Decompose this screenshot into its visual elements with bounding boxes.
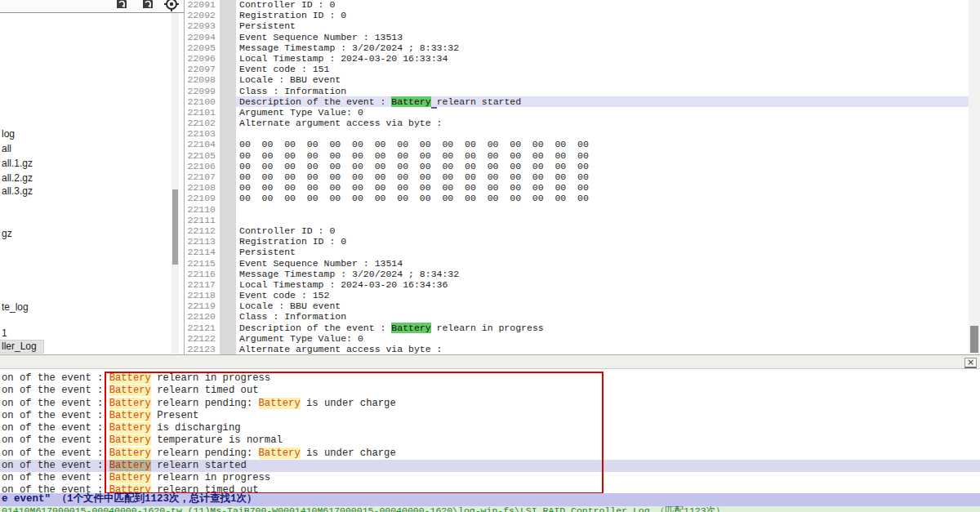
bookmark-margin[interactable]	[220, 10, 236, 20]
file-item[interactable]: all.3.gz	[0, 185, 39, 198]
bookmark-margin[interactable]	[220, 247, 236, 257]
bookmark-margin[interactable]	[220, 139, 236, 149]
bookmark-margin[interactable]	[220, 42, 236, 53]
bookmark-margin[interactable]	[220, 301, 236, 311]
bookmark-margin[interactable]	[220, 182, 236, 193]
bookmark-margin[interactable]	[220, 171, 236, 182]
editor-line[interactable]: 22093Persistent	[185, 20, 969, 31]
result-row[interactable]: on of the event : Battery relearn in pro…	[0, 472, 980, 484]
editor-scrollbar[interactable]	[969, 0, 980, 354]
bookmark-margin[interactable]	[220, 323, 236, 333]
result-row[interactable]: on of the event : Battery Present	[0, 410, 980, 422]
file-item[interactable]: log	[0, 128, 21, 140]
editor-line[interactable]: 22113Registration ID : 0	[185, 236, 969, 247]
export-all-icon[interactable]	[140, 0, 158, 12]
file-list-scrollbar[interactable]	[172, 13, 179, 354]
bookmark-margin[interactable]	[220, 279, 236, 290]
result-row[interactable]: on of the event : Battery relearn timed …	[0, 385, 980, 397]
editor-line[interactable]: 22097Event code : 151	[185, 64, 969, 74]
close-icon[interactable]: ×	[964, 358, 977, 368]
bookmark-margin[interactable]	[220, 96, 236, 107]
editor-line[interactable]: 22110	[185, 204, 969, 215]
editor-line[interactable]: 22114Persistent	[185, 247, 969, 257]
result-row[interactable]: on of the event : Battery relearn starte…	[0, 460, 980, 472]
bookmark-margin[interactable]	[220, 161, 236, 171]
bookmark-margin[interactable]	[220, 204, 236, 215]
bookmark-margin[interactable]	[220, 64, 236, 74]
file-item[interactable]: all.1.gz	[0, 158, 39, 170]
editor-line[interactable]: 22116Message Timestamp : 3/20/2024 ; 8:3…	[185, 269, 969, 279]
bookmark-margin[interactable]	[220, 269, 236, 279]
line-number: 22106	[185, 161, 220, 171]
bookmark-margin[interactable]	[220, 193, 236, 203]
results-file-line[interactable]: 01410M617000015-00040000-1620-tw (11)Ms-…	[0, 506, 980, 512]
editor-scrollbar-thumb[interactable]	[970, 326, 978, 353]
editor-line[interactable]: 22094Event Sequence Number : 13513	[185, 32, 969, 42]
editor-line[interactable]: 22095Message Timestamp : 3/20/2024 ; 8:3…	[185, 42, 969, 53]
editor-line[interactable]: 2210700 00 00 00 00 00 00 00 00 00 00 00…	[185, 171, 969, 182]
results-summary[interactable]: e event" （1个文件中匹配到1123次，总计查找1次）	[0, 493, 980, 506]
bookmark-margin[interactable]	[220, 86, 236, 96]
editor-line[interactable]: 22121Description of the event : Battery …	[185, 323, 969, 333]
log-editor[interactable]: 22091Controller ID : 022092Registration …	[185, 0, 969, 354]
bookmark-margin[interactable]	[220, 118, 236, 128]
result-row[interactable]: on of the event : Battery relearn in pro…	[0, 372, 980, 385]
line-text: Registration ID : 0	[236, 236, 969, 247]
bookmark-margin[interactable]	[220, 290, 236, 301]
line-number: 22116	[185, 269, 220, 279]
editor-line[interactable]: 22122Argument Type Value: 0	[185, 333, 969, 344]
file-item[interactable]: te_log	[0, 301, 35, 314]
result-row[interactable]: on of the event : Battery temperature is…	[0, 434, 980, 447]
editor-line[interactable]: 22096Local Timestamp : 2024-03-20 16:33:…	[185, 53, 969, 64]
file-item[interactable]: all.2.gz	[0, 172, 39, 185]
bookmark-margin[interactable]	[220, 225, 236, 236]
bookmark-margin[interactable]	[220, 215, 236, 225]
editor-line[interactable]: 2210900 00 00 00 00 00 00 00 00 00 00 00…	[185, 193, 969, 203]
bookmark-margin[interactable]	[220, 53, 236, 64]
file-item[interactable]: gz	[0, 228, 19, 240]
bookmark-margin[interactable]	[220, 128, 236, 139]
locate-icon[interactable]	[163, 0, 181, 12]
line-text: 00 00 00 00 00 00 00 00 00 00 00 00 00 0…	[236, 150, 969, 161]
editor-line[interactable]: 2210800 00 00 00 00 00 00 00 00 00 00 00…	[185, 182, 969, 193]
editor-line[interactable]: 22118Event code : 152	[185, 290, 969, 301]
result-row[interactable]: on of the event : Battery is discharging	[0, 422, 980, 434]
file-item[interactable]: ller_Log	[0, 341, 43, 353]
editor-line[interactable]: 22123Alternate argument access via byte …	[185, 344, 969, 354]
editor-line[interactable]: 2210600 00 00 00 00 00 00 00 00 00 00 00…	[185, 161, 969, 171]
editor-line[interactable]: 22098Locale : BBU event	[185, 74, 969, 85]
editor-line[interactable]: 22100Description of the event : Battery …	[185, 96, 969, 107]
editor-line[interactable]: 22102Alternate argument access via byte …	[185, 118, 969, 128]
file-item[interactable]: 1	[0, 327, 14, 340]
editor-line[interactable]: 22099Class : Information	[185, 86, 969, 96]
bookmark-margin[interactable]	[220, 150, 236, 161]
editor-line[interactable]: 22103	[185, 128, 969, 139]
file-item[interactable]: all	[0, 143, 18, 155]
editor-line[interactable]: 22101Argument Type Value: 0	[185, 107, 969, 118]
bookmark-margin[interactable]	[220, 236, 236, 247]
editor-line[interactable]: 2210500 00 00 00 00 00 00 00 00 00 00 00…	[185, 150, 969, 161]
bookmark-margin[interactable]	[220, 333, 236, 344]
bookmark-margin[interactable]	[220, 74, 236, 85]
editor-line[interactable]: 22111	[185, 215, 969, 225]
bookmark-margin[interactable]	[220, 32, 236, 42]
editor-line[interactable]: 22092Registration ID : 0	[185, 10, 969, 20]
bookmark-margin[interactable]	[220, 344, 236, 354]
bookmark-margin[interactable]	[220, 107, 236, 118]
editor-line[interactable]: 22117Local Timestamp : 2024-03-20 16:34:…	[185, 279, 969, 290]
line-number: 22120	[185, 311, 220, 322]
editor-line[interactable]: 22112Controller ID : 0	[185, 225, 969, 236]
editor-line[interactable]: 22120Class : Information	[185, 311, 969, 322]
bookmark-margin[interactable]	[220, 258, 236, 269]
editor-line[interactable]: 22115Event Sequence Number : 13514	[185, 258, 969, 269]
export-log-icon[interactable]	[114, 0, 131, 12]
file-list-scrollbar-thumb[interactable]	[172, 189, 178, 265]
editor-line[interactable]: 22091Controller ID : 0	[185, 0, 969, 10]
editor-line[interactable]: 22119Locale : BBU event	[185, 301, 969, 311]
bookmark-margin[interactable]	[220, 0, 236, 10]
editor-line[interactable]: 2210400 00 00 00 00 00 00 00 00 00 00 00…	[185, 139, 969, 149]
result-row[interactable]: on of the event : Battery relearn pendin…	[0, 447, 980, 460]
result-row[interactable]: on of the event : Battery relearn pendin…	[0, 398, 980, 410]
bookmark-margin[interactable]	[220, 20, 236, 31]
bookmark-margin[interactable]	[220, 311, 236, 322]
